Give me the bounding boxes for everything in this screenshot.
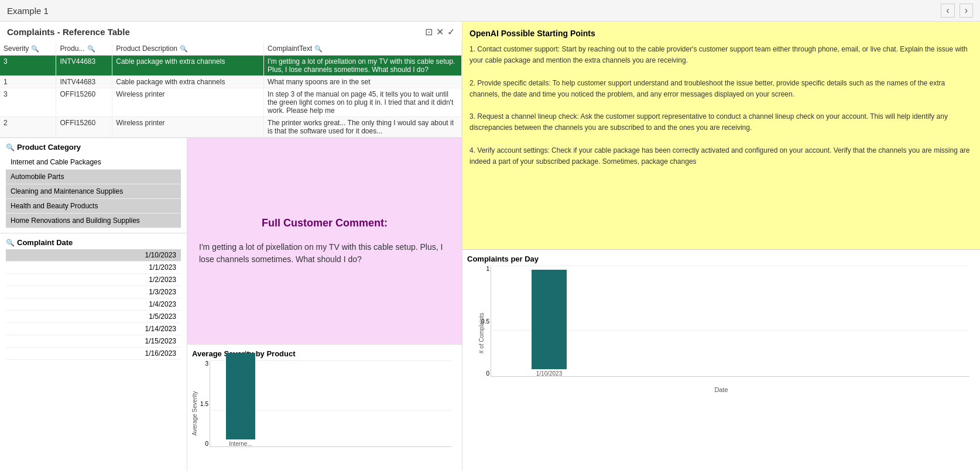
day-bar — [532, 270, 567, 369]
complaint-date-label: 🔍 Complaint Date — [6, 238, 181, 247]
date-item[interactable]: 1/3/2023 — [6, 286, 181, 298]
product-search-icon[interactable]: 🔍 — [87, 45, 95, 53]
date-item[interactable]: 1/10/2023 — [6, 249, 181, 262]
x-axis-label-date: Date — [714, 386, 728, 393]
confirm-button[interactable]: ✓ — [447, 26, 455, 37]
product-category-label: 🔍 Product Category — [6, 143, 181, 152]
date-list: 1/10/20231/1/20231/2/20231/3/20231/4/202… — [6, 249, 181, 360]
next-button[interactable]: › — [960, 4, 973, 18]
date-item[interactable]: 1/1/2023 — [6, 262, 181, 274]
expand-button[interactable]: ⊡ — [425, 26, 433, 37]
day-bar-x-label: 1/10/2023 — [536, 370, 563, 377]
y-max-label: 3 — [205, 360, 208, 367]
date-item[interactable]: 1/5/2023 — [6, 311, 181, 323]
category-item[interactable]: Health and Beauty Products — [6, 199, 181, 214]
col-complaint: ComplaintText🔍 — [264, 42, 462, 56]
ref-table-title: Complaints - Reference Table — [7, 27, 130, 37]
page-title: Example 1 — [7, 6, 49, 16]
complaint-date-section: 🔍 Complaint Date 1/10/20231/1/20231/2/20… — [0, 233, 187, 365]
openai-section: OpenAI Possible Starting Points 1. Conta… — [462, 22, 980, 250]
comment-text: I'm getting a lot of pixellation on my T… — [199, 241, 450, 266]
date-item[interactable]: 1/16/2023 — [6, 348, 181, 360]
search-icon-category: 🔍 — [6, 143, 15, 152]
left-panel: Complaints - Reference Table ⊡ ✕ ✓ Sever… — [0, 22, 462, 471]
close-button[interactable]: ✕ — [436, 26, 444, 37]
severity-bar — [226, 353, 255, 439]
category-list: Internet and Cable PackagesAutomobile Pa… — [6, 155, 181, 228]
date-item[interactable]: 1/15/2023 — [6, 335, 181, 348]
y-axis-label-severity: Average Severity — [191, 391, 198, 436]
table-row[interactable]: 1 INTV44683 Cable package with extra cha… — [0, 76, 462, 88]
complaint-search-icon[interactable]: 🔍 — [314, 45, 323, 53]
table-wrapper: Severity🔍 Produ...🔍 Product Description🔍… — [0, 42, 462, 137]
table-row[interactable]: 3 OFFI15260 Wireless printer In step 3 o… — [0, 88, 462, 117]
avg-severity-chart: Average Severity by Product 3 1.5 0 — [187, 345, 462, 471]
date-item[interactable]: 1/2/2023 — [6, 274, 181, 286]
comment-panel: Full Customer Comment: I'm getting a lot… — [187, 138, 462, 344]
reference-table-section: Complaints - Reference Table ⊡ ✕ ✓ Sever… — [0, 22, 462, 138]
y-min-label: 0 — [205, 441, 208, 447]
category-item[interactable]: Cleaning and Maintenance Supplies — [6, 184, 181, 199]
search-icon-date: 🔍 — [6, 239, 15, 247]
col-description: Product Description🔍 — [112, 42, 264, 56]
bottom-left: 🔍 Product Category Internet and Cable Pa… — [0, 138, 462, 471]
filter-panel: 🔍 Product Category Internet and Cable Pa… — [0, 138, 187, 471]
category-item[interactable]: Internet and Cable Packages — [6, 155, 181, 170]
date-item[interactable]: 1/14/2023 — [6, 323, 181, 335]
col-product: Produ...🔍 — [56, 42, 112, 56]
desc-search-icon[interactable]: 🔍 — [180, 45, 188, 53]
category-item[interactable]: Automobile Parts — [6, 170, 181, 184]
y-axis-label-complaints: # of Complaints — [478, 310, 485, 357]
complaints-day-title: Complaints per Day — [467, 255, 975, 263]
table-row[interactable]: 3 INTV44683 Cable package with extra cha… — [0, 56, 462, 76]
table-row[interactable]: 2 OFFI15260 Wireless printer The printer… — [0, 117, 462, 137]
table-controls: ⊡ ✕ ✓ — [425, 26, 455, 37]
comment-title: Full Customer Comment: — [262, 217, 388, 229]
day-y-max: 1 — [486, 266, 489, 272]
openai-content: 1. Contact customer support: Start by re… — [470, 44, 973, 167]
complaints-per-day-section: Complaints per Day 1 0.5 0 # of Complain… — [462, 250, 980, 471]
col-severity: Severity🔍 — [0, 42, 56, 56]
bar-x-label: Interne... — [229, 441, 252, 447]
day-y-min: 0 — [486, 370, 489, 377]
y-mid-label: 1.5 — [200, 401, 208, 407]
right-panel: OpenAI Possible Starting Points 1. Conta… — [462, 22, 980, 471]
right-content-col: Full Customer Comment: I'm getting a lot… — [187, 138, 462, 471]
nav-controls: ‹ › — [941, 4, 973, 18]
category-item[interactable]: Home Renovations and Building Supplies — [6, 214, 181, 228]
date-item[interactable]: 1/4/2023 — [6, 298, 181, 311]
severity-search-icon[interactable]: 🔍 — [31, 45, 39, 53]
charts-row: Average Severity by Product 3 1.5 0 — [187, 344, 462, 471]
openai-title: OpenAI Possible Starting Points — [470, 29, 973, 38]
prev-button[interactable]: ‹ — [941, 4, 954, 18]
complaints-table: Severity🔍 Produ...🔍 Product Description🔍… — [0, 42, 462, 137]
product-category-section: 🔍 Product Category Internet and Cable Pa… — [0, 138, 187, 233]
